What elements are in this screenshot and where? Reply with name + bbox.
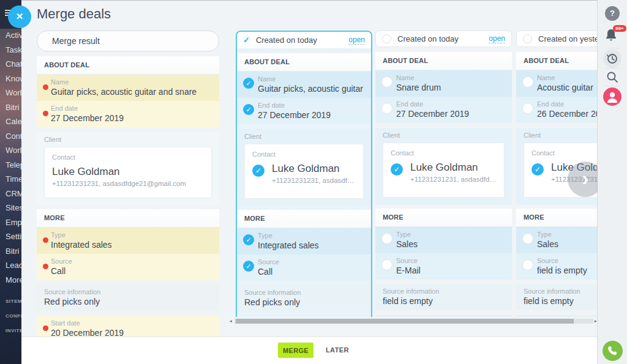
field-row-type[interactable]: ✓ Type Integrated sales	[237, 228, 371, 254]
sidebar-item[interactable]: Know	[0, 72, 21, 86]
required-dot-icon	[43, 264, 48, 269]
deal-column-title: Created on today	[256, 35, 317, 45]
chevron-right-icon: ›	[582, 166, 588, 190]
sidebar-item[interactable]: Worl	[0, 86, 21, 100]
field-row-source[interactable]: ✓ Source Call	[237, 254, 371, 281]
unchecked-radio-icon[interactable]	[522, 233, 533, 244]
unchecked-radio-icon[interactable]	[381, 259, 392, 270]
field-row-source-information: Source information field is empty	[375, 284, 512, 310]
profile-button[interactable]	[603, 87, 621, 106]
unchecked-radio-icon[interactable]	[522, 259, 533, 270]
field-row-end-date[interactable]: ✓ End date 27 December 2019	[237, 98, 371, 124]
field-row-start-date[interactable]: Start date 19 December 2019	[516, 315, 598, 317]
field-row-type[interactable]: Type Sales	[516, 227, 598, 253]
horizontal-scrollbar[interactable]	[235, 319, 593, 324]
section-header-about-deal: ABOUT DEAL	[516, 52, 598, 70]
sidebar-item[interactable]: Setti	[0, 229, 21, 244]
unchecked-radio-icon[interactable]	[382, 34, 391, 43]
checked-radio-icon[interactable]: ✓	[252, 165, 265, 177]
sidebar-footer-item[interactable]: CONFI	[0, 309, 21, 324]
next-deals-button[interactable]: ›	[568, 162, 598, 197]
field-row-end-date: End date 27 December 2019	[37, 101, 219, 127]
deal-column-header[interactable]: Created on yesterday	[516, 31, 598, 47]
checked-radio-icon[interactable]: ✓	[243, 261, 254, 272]
contact-row[interactable]: ✓ Luke Goldman +11231231231, asdasdfdge2…	[391, 162, 497, 183]
unchecked-radio-icon[interactable]	[522, 76, 533, 87]
section-header-more: MORE	[516, 209, 598, 227]
sidebar-footer-item[interactable]: INVITE	[0, 324, 21, 338]
sidebar-item[interactable]: Telep	[0, 158, 21, 173]
close-icon: ✕	[16, 11, 24, 21]
sidebar-item[interactable]: Chat	[0, 57, 21, 72]
merge-button[interactable]: MERGE	[278, 343, 314, 358]
sidebar-item[interactable]: CRM	[0, 187, 21, 201]
deal-column-title: Created on today	[397, 34, 459, 43]
divider	[606, 48, 620, 48]
checked-radio-icon[interactable]: ✓	[531, 163, 544, 176]
section-header-about-deal: ABOUT DEAL	[37, 56, 219, 75]
deal-column-header[interactable]: Created on today open	[375, 31, 512, 47]
history-clock-icon	[603, 50, 621, 68]
search-button[interactable]	[606, 70, 619, 84]
scrollbar-thumb[interactable]	[236, 319, 574, 324]
scroll-left-arrow-icon[interactable]: ◂	[230, 318, 232, 324]
field-row-end-date[interactable]: End date 27 December 2019	[375, 97, 512, 123]
sidebar-item[interactable]: Time	[0, 172, 21, 187]
field-row-type[interactable]: Type Sales	[375, 227, 512, 253]
sidebar-item[interactable]: Worl	[0, 143, 21, 158]
field-row-end-date[interactable]: End date 26 December 2019	[516, 97, 598, 123]
field-row-start-date[interactable]: ✓ Start date 20 December 2019	[237, 316, 371, 317]
right-icon-rail: ? 99+	[597, 0, 627, 364]
sidebar-item[interactable]: Activ	[0, 28, 21, 43]
contact-row[interactable]: ✓ Luke Goldman +11231231231, asdasdfdge2…	[252, 163, 356, 184]
field-row-start-date[interactable]: Start date 20 December 2019	[375, 315, 512, 317]
merge-result-field[interactable]: Merge result	[37, 31, 219, 51]
checked-radio-icon[interactable]: ✓	[243, 78, 254, 89]
contact-name: Luke Goldman	[52, 166, 204, 178]
notifications-button[interactable]: 99+	[604, 28, 620, 44]
sidebar-item[interactable]: Emp	[0, 215, 21, 230]
divider	[606, 68, 620, 69]
field-row-source[interactable]: Source field is empty	[516, 253, 598, 280]
required-dot-icon	[43, 237, 48, 243]
contact-name: Luke Goldman	[410, 162, 497, 174]
deal-column-header[interactable]: ✓ Created on today open	[237, 32, 371, 48]
unchecked-radio-icon[interactable]	[381, 233, 392, 244]
help-button[interactable]: ?	[605, 6, 620, 21]
field-row-source-information: Source information field is empty	[516, 284, 598, 310]
unchecked-radio-icon[interactable]	[381, 103, 392, 114]
open-deal-link[interactable]: open	[489, 35, 505, 43]
sidebar-item[interactable]: Cale	[0, 114, 21, 129]
sidebar-item[interactable]: More	[0, 273, 21, 288]
unchecked-radio-icon[interactable]	[523, 34, 532, 43]
divider	[606, 86, 620, 86]
later-button[interactable]: LATER	[326, 343, 349, 358]
contact-info: +11231231231, asdasdfdge21@gm…	[272, 177, 356, 184]
field-row-source[interactable]: Source E-Mail	[375, 253, 512, 280]
contact-card: Contact ✓ Luke Goldman +11231231231, asd…	[244, 144, 364, 199]
field-row-name[interactable]: ✓ Name Guitar picks, acoustic guitar and…	[237, 72, 371, 98]
notification-badge: 99+	[613, 25, 626, 32]
scroll-right-arrow-icon[interactable]: ▸	[595, 318, 597, 324]
checked-radio-icon[interactable]: ✓	[243, 104, 254, 115]
sidebar-item[interactable]: Bitri	[0, 244, 21, 259]
sidebar-item[interactable]: Task	[0, 43, 21, 58]
checked-radio-icon[interactable]: ✓	[391, 163, 403, 176]
sidebar-item[interactable]: Sites	[0, 201, 21, 215]
field-row-name[interactable]: Name Snare drum	[375, 70, 512, 97]
profile-person-icon	[603, 87, 621, 106]
sidebar-item[interactable]: Bitri	[0, 100, 21, 115]
sidebar-item[interactable]: Leac	[0, 258, 21, 273]
sidebar-item[interactable]: Cont	[0, 129, 21, 144]
telephony-button[interactable]	[603, 341, 623, 361]
open-deal-link[interactable]: open	[348, 36, 365, 45]
field-row-name[interactable]: Name Acoustic guitar	[516, 70, 598, 97]
check-icon[interactable]: ✓	[243, 35, 250, 45]
unchecked-radio-icon[interactable]	[522, 103, 533, 114]
unchecked-radio-icon[interactable]	[381, 76, 392, 87]
checked-radio-icon[interactable]: ✓	[243, 234, 254, 245]
close-slider-button[interactable]: ✕	[8, 6, 31, 28]
field-row-name: Name Guitar picks, acoustic guitar and s…	[37, 75, 219, 101]
history-button[interactable]	[603, 50, 621, 68]
sidebar-footer-item[interactable]: SITEMA	[0, 294, 21, 309]
